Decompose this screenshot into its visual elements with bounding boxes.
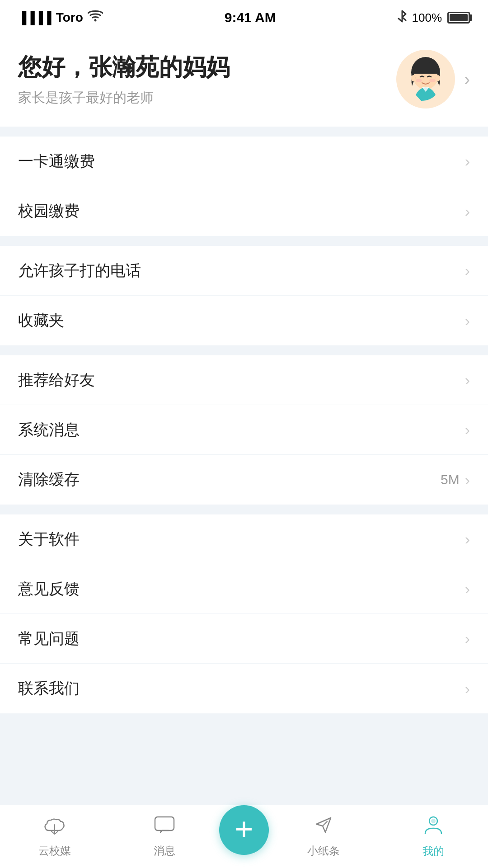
menu-right-favorites: › — [465, 312, 470, 330]
chevron-feedback-icon: › — [465, 580, 470, 598]
status-bar: ▐▐▐▐ Toro 9:41 AM 100% — [0, 0, 488, 32]
menu-item-contact[interactable]: 联系我们 › — [0, 664, 488, 713]
menu-label-allowcalls: 允许孩子打的电话 — [18, 260, 141, 281]
gap-2 — [0, 236, 488, 246]
menu-item-system-msg[interactable]: 系统消息 › — [0, 405, 488, 455]
send-icon — [313, 815, 334, 840]
subtitle-text: 家长是孩子最好的老师 — [18, 89, 396, 107]
chevron-favorites-icon: › — [465, 312, 470, 330]
svg-point-3 — [411, 75, 416, 81]
nav-label-message: 消息 — [154, 844, 175, 858]
avatar[interactable] — [396, 50, 455, 108]
menu-item-faq[interactable]: 常见问题 › — [0, 614, 488, 664]
menu-item-feedback[interactable]: 意见反馈 › — [0, 564, 488, 614]
menu-right-campus: › — [465, 203, 470, 220]
menu-label-faq: 常见问题 — [18, 628, 80, 649]
menu-right-system-msg: › — [465, 421, 470, 439]
menu-item-about-sw[interactable]: 关于软件 › — [0, 514, 488, 564]
bottom-nav: 云校媒 消息 + 小纸条 — [0, 805, 488, 868]
menu-right-faq: › — [465, 630, 470, 647]
user-icon — [423, 815, 444, 840]
chevron-campus-icon: › — [465, 203, 470, 220]
add-button[interactable]: + — [219, 805, 269, 855]
menu-label-contact: 联系我们 — [18, 678, 80, 699]
section-personal: 允许孩子打的电话 › 收藏夹 › — [0, 246, 488, 345]
menu-right-contact: › — [465, 680, 470, 698]
section-social: 推荐给好友 › 系统消息 › 清除缓存 5M › — [0, 355, 488, 505]
status-left: ▐▐▐▐ Toro — [18, 10, 103, 26]
svg-rect-8 — [155, 817, 174, 830]
menu-item-campus[interactable]: 校园缴费 › — [0, 186, 488, 236]
menu-right-clear-cache: 5M › — [441, 471, 470, 489]
chevron-faq-icon: › — [465, 630, 470, 647]
cloud-icon — [43, 815, 66, 840]
menu-item-yikatong[interactable]: 一卡通缴费 › — [0, 137, 488, 186]
nav-label-yunxiaomei: 云校媒 — [38, 844, 71, 858]
menu-item-recommend[interactable]: 推荐给好友 › — [0, 355, 488, 405]
nav-label-notes: 小纸条 — [307, 844, 340, 858]
menu-right-feedback: › — [465, 580, 470, 598]
menu-right-yikatong: › — [465, 152, 470, 170]
plus-icon: + — [235, 813, 253, 845]
chevron-yikatong-icon: › — [465, 152, 470, 170]
menu-label-clear-cache: 清除缓存 — [18, 469, 80, 490]
chat-icon — [153, 815, 176, 840]
signal-icon: ▐▐▐▐ — [18, 11, 52, 25]
section-about: 关于软件 › 意见反馈 › 常见问题 › 联系我们 › — [0, 514, 488, 713]
cache-size-value: 5M — [441, 472, 460, 487]
menu-label-about-sw: 关于软件 — [18, 529, 80, 550]
profile-chevron-icon[interactable]: › — [464, 69, 470, 90]
status-right: 100% — [398, 9, 470, 26]
header-right[interactable]: › — [396, 50, 470, 108]
gap-1 — [0, 127, 488, 137]
menu-label-system-msg: 系统消息 — [18, 420, 80, 440]
battery-icon — [447, 12, 470, 24]
gap-4 — [0, 505, 488, 514]
menu-right-allowcalls: › — [465, 262, 470, 279]
svg-point-4 — [436, 75, 440, 81]
svg-point-5 — [416, 79, 422, 82]
menu-label-campus: 校园缴费 — [18, 201, 80, 222]
bottom-spacer — [0, 713, 488, 777]
nav-item-mine[interactable]: 我的 — [379, 815, 488, 859]
nav-label-mine: 我的 — [422, 844, 444, 859]
svg-point-6 — [429, 79, 436, 82]
gap-3 — [0, 345, 488, 355]
chevron-allowcalls-icon: › — [465, 262, 470, 279]
menu-label-yikatong: 一卡通缴费 — [18, 151, 95, 172]
menu-label-feedback: 意见反馈 — [18, 579, 80, 599]
nav-item-message[interactable]: 消息 — [110, 815, 220, 858]
menu-right-about-sw: › — [465, 530, 470, 548]
menu-item-favorites[interactable]: 收藏夹 › — [0, 296, 488, 345]
chevron-contact-icon: › — [465, 680, 470, 698]
wifi-icon — [88, 10, 103, 26]
nav-item-yunxiaomei[interactable]: 云校媒 — [0, 815, 110, 858]
section-payment: 一卡通缴费 › 校园缴费 › — [0, 137, 488, 236]
svg-line-9 — [323, 821, 327, 826]
menu-label-recommend: 推荐给好友 — [18, 370, 95, 391]
menu-right-recommend: › — [465, 371, 470, 389]
menu-item-clear-cache[interactable]: 清除缓存 5M › — [0, 455, 488, 505]
greeting-text: 您好，张瀚苑的妈妈 — [18, 52, 396, 83]
chevron-about-sw-icon: › — [465, 530, 470, 548]
menu-item-allowcalls[interactable]: 允许孩子打的电话 › — [0, 246, 488, 296]
menu-label-favorites: 收藏夹 — [18, 310, 64, 331]
status-time: 9:41 AM — [225, 10, 276, 25]
svg-point-0 — [94, 19, 96, 21]
nav-item-notes[interactable]: 小纸条 — [269, 815, 379, 858]
svg-point-11 — [431, 819, 436, 823]
carrier-label: Toro — [56, 10, 83, 25]
bluetooth-icon — [398, 9, 407, 26]
chevron-recommend-icon: › — [465, 371, 470, 389]
header-text: 您好，张瀚苑的妈妈 家长是孩子最好的老师 — [18, 52, 396, 107]
battery-percent: 100% — [412, 11, 442, 25]
chevron-system-msg-icon: › — [465, 421, 470, 439]
chevron-clear-cache-icon: › — [465, 471, 470, 489]
profile-header: 您好，张瀚苑的妈妈 家长是孩子最好的老师 — [0, 32, 488, 127]
